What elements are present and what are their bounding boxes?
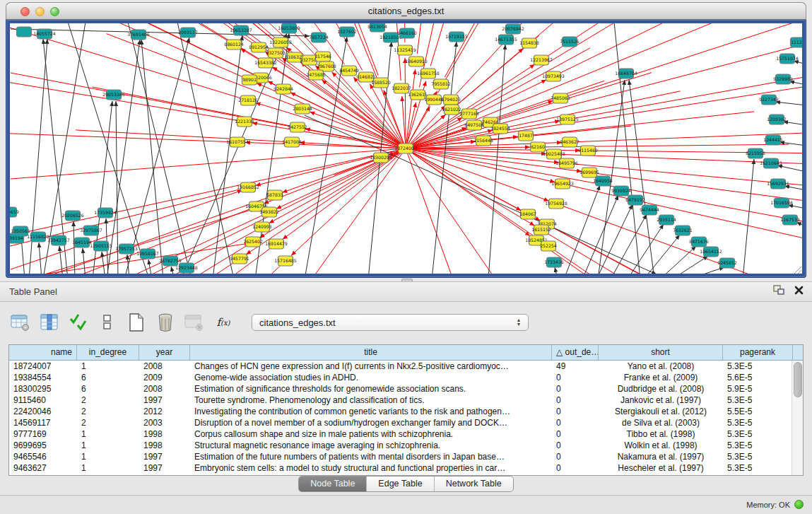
- graph-node-label: 20206526: [61, 213, 84, 218]
- table-row[interactable]: 1872400712008Changes of HCN gene express…: [9, 361, 803, 372]
- cell-pagerank: 5.3E-5: [723, 395, 793, 406]
- graph-edge: [491, 126, 631, 140]
- graph-edge: [102, 252, 105, 274]
- close-panel-icon[interactable]: [794, 285, 804, 298]
- table-row[interactable]: 946554611997Estimation of the future num…: [9, 451, 803, 462]
- table-row[interactable]: 1938455462009Genome-wide association stu…: [9, 372, 803, 383]
- graph-node-label: 2093117: [178, 30, 198, 35]
- show-column-icon[interactable]: [39, 312, 60, 333]
- cell-in_degree: 2: [77, 417, 139, 428]
- graph-node-label: 1221338: [235, 119, 254, 124]
- graph-node-label: 6794023: [441, 97, 461, 102]
- graph-node-label: 8471676: [689, 239, 709, 244]
- window-titlebar[interactable]: citations_edges.txt: [6, 2, 806, 20]
- graph-edge: [570, 185, 802, 251]
- table-row[interactable]: 2242004622012Investigating the contribut…: [9, 406, 803, 417]
- graph-edge: [406, 103, 416, 148]
- cell-pagerank: 5.3E-5: [723, 361, 793, 372]
- cell-pagerank: 5.3E-5: [723, 417, 793, 428]
- memory-ok-icon: [794, 500, 804, 509]
- graph-node-label: 10654112: [700, 249, 722, 254]
- graph-node-label: 10973493: [542, 74, 565, 78]
- resize-grip-icon[interactable]: [789, 267, 801, 274]
- graph-node-label: 98901: [242, 77, 257, 82]
- function-icon[interactable]: f(x): [213, 312, 234, 333]
- graph-edge: [543, 245, 784, 274]
- float-panel-icon[interactable]: [773, 285, 784, 298]
- graph-node-label: 12213967: [530, 57, 553, 62]
- graph-node-label: 9699695: [579, 170, 599, 175]
- network-canvas[interactable]: 1872400788601248912954132260589327503165…: [10, 23, 802, 274]
- table-row[interactable]: 969969511998Structural magnetic resonanc…: [9, 440, 803, 451]
- scrollbar-thumb[interactable]: [794, 362, 802, 397]
- graph-node-label: 29053346: [102, 92, 125, 97]
- table-row[interactable]: 1456911722003Disruption of a novel membe…: [9, 417, 803, 428]
- graph-node-label: 1167533: [780, 217, 800, 222]
- graph-node-label: 9146821: [356, 74, 376, 79]
- table-row[interactable]: 946362711997Embryonic stem cells: a mode…: [9, 462, 803, 474]
- graph-node-label: 8813054: [367, 24, 387, 29]
- graph-node-label: 19654923: [551, 181, 574, 186]
- graph-node-label: 8454749: [339, 68, 359, 73]
- column-header-name[interactable]: name: [9, 345, 77, 360]
- cell-name: 18300295: [9, 383, 77, 395]
- cell-pagerank: 5.5E-5: [723, 406, 793, 417]
- cell-title: Structural magnetic resonance image aver…: [190, 440, 552, 451]
- cell-short: de Silva et al. (2003): [599, 417, 723, 428]
- tab-node-table[interactable]: Node Table: [299, 477, 367, 491]
- graph-node-label: 16543382: [254, 60, 277, 65]
- table-row[interactable]: 1830029562008Estimation of significance …: [9, 383, 803, 395]
- resize-grip-icon[interactable]: [792, 270, 801, 274]
- graph-node-label: 32975887: [80, 228, 102, 233]
- tab-edge-table[interactable]: Edge Table: [367, 477, 434, 491]
- graph-node-label: 17957253: [115, 246, 138, 251]
- column-header-short[interactable]: short: [599, 345, 723, 360]
- graph-node-label: 2620659: [10, 209, 19, 214]
- column-header-in_degree[interactable]: in_degree: [77, 345, 139, 360]
- cell-name: 14569117: [9, 417, 77, 428]
- graph-node-label: 7857224: [309, 35, 329, 40]
- table-row[interactable]: 911546021997Tourette syndrome. Phenomeno…: [9, 395, 803, 406]
- graph-node-label: 12905115: [90, 243, 112, 248]
- graph-node[interactable]: [17, 27, 32, 37]
- select-all-icon[interactable]: [68, 312, 89, 333]
- graph-edge: [575, 64, 802, 118]
- cell-year: 1997: [139, 451, 190, 462]
- new-table-icon[interactable]: [126, 312, 147, 333]
- graph-node-label: 20876842: [502, 26, 524, 31]
- graph-node-label: 8860124: [224, 42, 244, 47]
- vertical-scrollbar[interactable]: [792, 361, 803, 475]
- table-row[interactable]: 977716911998Corpus callosum shape and si…: [9, 428, 803, 440]
- graph-node-label: 17487: [519, 133, 533, 138]
- table-panel: Table Panel: [0, 281, 812, 496]
- cell-year: 1998: [139, 440, 190, 451]
- graph-node-label: 16053809: [278, 25, 300, 30]
- graph-edge: [614, 23, 640, 274]
- column-header-title[interactable]: title: [190, 345, 552, 360]
- cell-in_degree: 6: [77, 372, 139, 383]
- graph-node-label: 10653287: [230, 28, 252, 33]
- cell-title: Disruption of a novel member of a sodium…: [190, 417, 552, 428]
- cell-name: 18724007: [9, 361, 77, 372]
- table-settings-icon[interactable]: [10, 312, 31, 333]
- graph-node-label: 18640910: [405, 59, 428, 64]
- graph-node-label: 1240993: [252, 224, 272, 229]
- graph-node-label: 1350561: [11, 228, 30, 233]
- delete-rows-icon[interactable]: [155, 312, 176, 333]
- column-header-pagerank[interactable]: pagerank: [723, 345, 793, 360]
- cell-name: 9115460: [9, 395, 77, 406]
- cell-out_de: 0: [552, 417, 599, 428]
- column-header-year[interactable]: year: [139, 345, 190, 360]
- graph-node-label: 9327503: [266, 50, 286, 55]
- cell-title: Estimation of significance thresholds fo…: [190, 383, 552, 395]
- table-source-combobox[interactable]: citations_edges.txt ▲▼: [252, 314, 529, 331]
- graph-node-label: 1822037: [392, 86, 411, 90]
- graph-node-label: 18495796: [555, 160, 578, 165]
- tab-network-table[interactable]: Network Table: [435, 477, 513, 491]
- graph-edge: [548, 234, 799, 274]
- graph-node-label: 9427552: [288, 124, 307, 129]
- graph-edge: [560, 23, 802, 73]
- clear-selection-icon[interactable]: [97, 312, 118, 333]
- graph-edge: [788, 205, 802, 209]
- column-header-out_de[interactable]: △ out_de…: [552, 345, 599, 360]
